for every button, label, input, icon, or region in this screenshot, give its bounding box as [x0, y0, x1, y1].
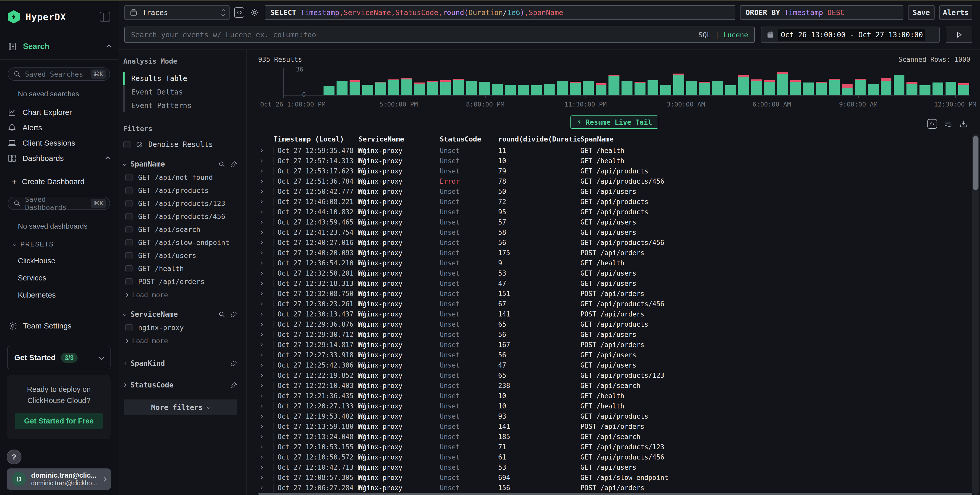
checkbox[interactable]: [126, 226, 132, 233]
row-expand-chevron-icon[interactable]: [258, 251, 274, 254]
alerts-button[interactable]: Alerts: [939, 5, 972, 20]
histogram-bar[interactable]: [828, 68, 841, 95]
table-row[interactable]: Oct 27 12:27:33.918 PMnginx-proxyUnset56…: [258, 350, 970, 360]
histogram-bar[interactable]: [348, 68, 361, 95]
sidebar-item-team-settings[interactable]: Team Settings: [8, 322, 118, 331]
header-timestamp[interactable]: Timestamp (Local): [274, 135, 358, 143]
table-row[interactable]: Oct 27 12:44:10.832 PMnginx-proxyUnset95…: [258, 207, 970, 217]
histogram-bar[interactable]: [737, 68, 750, 95]
servicename-load-more[interactable]: Load more: [123, 337, 238, 345]
table-row[interactable]: Oct 27 12:51:36.784 PMnginx-proxyError78…: [258, 176, 970, 186]
checkbox[interactable]: [126, 174, 132, 181]
row-expand-chevron-icon[interactable]: [258, 313, 274, 315]
histogram-bar[interactable]: [750, 68, 763, 95]
more-filters-button[interactable]: More filters: [124, 400, 237, 415]
filter-item[interactable]: nginx-proxy: [123, 324, 238, 331]
pin-icon[interactable]: [231, 382, 238, 389]
filter-item[interactable]: GET /api/users: [123, 251, 238, 259]
checkbox[interactable]: [126, 252, 132, 259]
get-started-free-button[interactable]: Get Started for Free: [15, 413, 103, 429]
pin-icon[interactable]: [231, 161, 238, 168]
histogram-bar[interactable]: [905, 68, 918, 95]
filter-item[interactable]: GET /api/not-found: [123, 173, 238, 181]
table-row[interactable]: Oct 27 12:43:59.465 PMnginx-proxyUnset57…: [258, 217, 970, 227]
table-row[interactable]: Oct 27 12:13:59.180 PMnginx-proxyUnset14…: [258, 422, 970, 432]
header-spanname[interactable]: SpanName: [581, 135, 970, 143]
row-expand-chevron-icon[interactable]: [258, 303, 274, 305]
row-expand-chevron-icon[interactable]: [258, 487, 274, 489]
histogram-bar[interactable]: [789, 68, 802, 95]
header-statuscode[interactable]: StatusCode: [440, 135, 498, 143]
table-row[interactable]: Oct 27 12:41:23.754 PMnginx-proxyUnset58…: [258, 227, 970, 237]
create-dashboard-button[interactable]: + Create Dashboard: [12, 174, 118, 189]
saved-dashboards-input[interactable]: Saved Dashboards ⌘K: [8, 197, 110, 210]
table-row[interactable]: Oct 27 12:46:08.221 PMnginx-proxyUnset72…: [258, 197, 970, 207]
histogram-bar[interactable]: [426, 68, 439, 95]
row-expand-chevron-icon[interactable]: [258, 364, 274, 366]
sidebar-item-alerts[interactable]: Alerts: [0, 120, 118, 135]
table-row[interactable]: Oct 27 12:10:50.572 PMnginx-proxyUnset61…: [258, 452, 970, 462]
download-icon[interactable]: [959, 119, 968, 128]
row-expand-chevron-icon[interactable]: [258, 160, 274, 162]
pin-icon[interactable]: [231, 360, 238, 367]
row-expand-chevron-icon[interactable]: [258, 456, 274, 458]
histogram-bar[interactable]: [633, 68, 646, 95]
row-expand-chevron-icon[interactable]: [258, 180, 274, 183]
row-expand-chevron-icon[interactable]: [258, 150, 274, 152]
histogram-bar[interactable]: [776, 68, 789, 95]
lucene-toggle[interactable]: Lucene: [723, 31, 748, 39]
row-expand-chevron-icon[interactable]: [258, 446, 274, 448]
chevron-down-icon[interactable]: [123, 312, 126, 316]
filter-item[interactable]: GET /health: [123, 264, 238, 272]
histogram-bar[interactable]: [841, 68, 854, 95]
table-row[interactable]: Oct 27 12:32:18.313 PMnginx-proxyUnset47…: [258, 279, 970, 289]
table-row[interactable]: Oct 27 12:19:53.482 PMnginx-proxyUnset93…: [258, 411, 970, 422]
histogram-bar[interactable]: [880, 68, 892, 95]
user-menu[interactable]: D dominic.tran@clic... dominic.tran@clic…: [6, 468, 111, 490]
histogram-bar[interactable]: [698, 68, 711, 95]
sidebar-item-chart-explorer[interactable]: Chart Explorer: [0, 105, 118, 120]
histogram-bar[interactable]: [931, 68, 945, 95]
histogram-bar[interactable]: [361, 68, 374, 95]
table-row[interactable]: Oct 27 12:20:27.133 PMnginx-proxyUnset10…: [258, 401, 970, 411]
results-histogram[interactable]: 36 0 Oct 26 1:00:00 PM5:00:00 PM8:00:00 …: [258, 68, 970, 107]
histogram-bar[interactable]: [452, 68, 465, 95]
table-row[interactable]: Oct 27 12:30:23.261 PMnginx-proxyUnset67…: [258, 299, 970, 309]
histogram-bar[interactable]: [711, 68, 724, 95]
filter-item[interactable]: POST /api/orders: [123, 278, 238, 286]
row-expand-chevron-icon[interactable]: [258, 272, 274, 275]
date-range-picker[interactable]: Oct 26 13:00:00 - Oct 27 13:00:00: [761, 27, 940, 43]
histogram-bar[interactable]: [608, 68, 620, 95]
row-expand-chevron-icon[interactable]: [258, 221, 274, 223]
histogram-bar[interactable]: [918, 68, 931, 95]
row-expand-chevron-icon[interactable]: [258, 436, 274, 438]
table-row[interactable]: Oct 27 12:53:17.623 PMnginx-proxyUnset79…: [258, 166, 970, 176]
table-row[interactable]: Oct 27 12:32:08.750 PMnginx-proxyUnset15…: [258, 289, 970, 299]
filter-group-spankind[interactable]: SpanKind: [123, 359, 238, 368]
table-row[interactable]: Oct 27 12:08:57.305 PMnginx-proxyUnset69…: [258, 473, 970, 483]
pin-icon[interactable]: [231, 311, 238, 318]
histogram-bar[interactable]: [374, 68, 387, 95]
histogram-bar[interactable]: [659, 68, 672, 95]
histogram-bar[interactable]: [763, 68, 776, 95]
table-row[interactable]: Oct 27 12:22:10.403 PMnginx-proxyUnset23…: [258, 380, 970, 391]
histogram-bar[interactable]: [387, 68, 400, 95]
table-row[interactable]: Oct 27 12:25:42.306 PMnginx-proxyUnset47…: [258, 360, 970, 370]
histogram-bar[interactable]: [646, 68, 660, 95]
row-expand-chevron-icon[interactable]: [258, 405, 274, 407]
filter-group-statuscode[interactable]: StatusCode: [123, 381, 238, 389]
histogram-bar[interactable]: [957, 68, 970, 95]
row-expand-chevron-icon[interactable]: [258, 466, 274, 469]
table-row[interactable]: Oct 27 12:57:14.313 PMnginx-proxyUnset10…: [258, 156, 970, 166]
resume-live-tail-button[interactable]: Resume Live Tail: [570, 115, 658, 129]
sidebar-item-dashboards[interactable]: Dashboards: [0, 151, 118, 166]
row-expand-chevron-icon[interactable]: [258, 476, 274, 479]
row-expand-chevron-icon[interactable]: [258, 241, 274, 244]
sidebar-item-search[interactable]: Search: [8, 42, 110, 51]
histogram-bar[interactable]: [439, 68, 452, 95]
vertical-scrollbar-thumb[interactable]: [973, 136, 978, 190]
header-duration[interactable]: round(divide(Duration,: [498, 135, 581, 143]
header-servicename[interactable]: ServiceName: [358, 135, 440, 143]
row-expand-chevron-icon[interactable]: [258, 323, 274, 326]
row-expand-chevron-icon[interactable]: [258, 211, 274, 213]
